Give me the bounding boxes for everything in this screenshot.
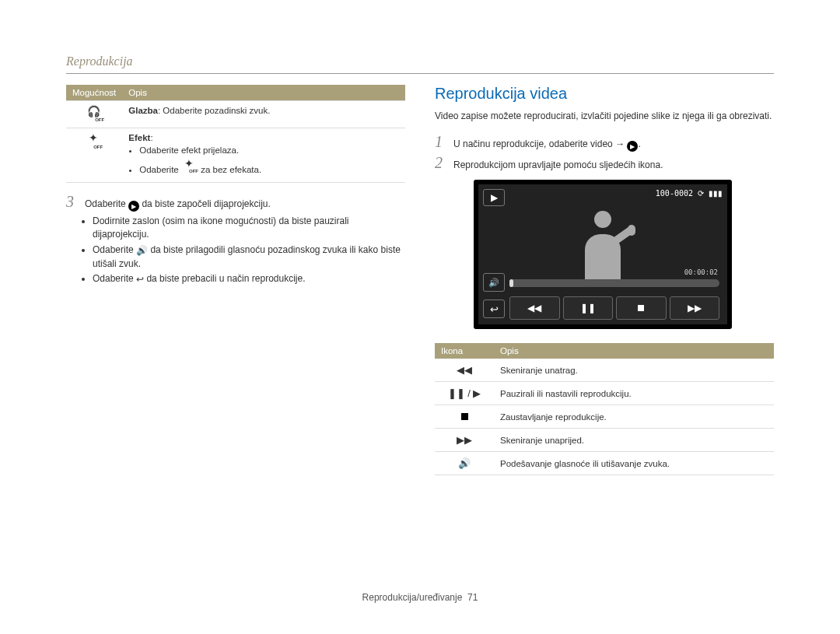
step-number: 2 [435, 155, 446, 170]
stop-icon [435, 405, 494, 429]
row-desc: Skeniranje unatrag. [494, 359, 774, 382]
two-columns: Mogućnost Opis 🎧OFF Glazba: Odaberite po… [66, 85, 774, 583]
list-item: Odaberite za bez efekata. [139, 158, 399, 176]
row-desc: Glazba: Odaberite pozadinski zvuk. [122, 101, 405, 128]
play-circle-icon: ▶ [627, 141, 638, 152]
page-number: 71 [467, 592, 478, 603]
fastforward-icon: ▶▶ [670, 296, 720, 320]
pause-play-icon: ❚❚ / ▶ [435, 382, 494, 405]
table-row: ❚❚ / ▶ Pauzirali ili nastavili reprodukc… [435, 382, 774, 405]
step-3: 3 Odaberite ▶ da biste započeli dijaproj… [66, 194, 405, 212]
step-body: Reprodukcijom upravljajte pomoću sljedeć… [453, 158, 774, 172]
section-title: Reprodukcija videa [435, 85, 774, 103]
row-desc: Podešavanje glasnoće ili utišavanje zvuk… [494, 452, 774, 475]
row-desc: Zaustavljanje reprodukcije. [494, 405, 774, 429]
play-circle-icon: ▶ [128, 201, 139, 212]
battery-icon: ▮▮▮ [709, 189, 723, 198]
list-item: Odaberite ↩ da biste prebacili u način r… [93, 272, 405, 286]
table-row: 🔊 Podešavanje glasnoće ili utišavanje zv… [435, 452, 774, 475]
table-row: ▶▶ Skeniranje unaprijed. [435, 429, 774, 452]
table-row: ◀◀ Skeniranje unatrag. [435, 359, 774, 382]
left-column: Mogućnost Opis 🎧OFF Glazba: Odaberite po… [66, 85, 405, 583]
step-1: 1 U načinu reprodukcije, odaberite video… [435, 134, 774, 152]
right-column: Reprodukcija videa Video zapise možete r… [435, 85, 774, 583]
row-desc: Efekt: Odaberite efekt prijelaza. Odaber… [122, 128, 405, 183]
options-table: Mogućnost Opis 🎧OFF Glazba: Odaberite po… [66, 85, 405, 183]
intro-paragraph: Video zapise možete reproducirati, izvla… [435, 109, 774, 123]
back-arrow-icon: ↩ [136, 273, 144, 286]
table-row: Efekt: Odaberite efekt prijelaza. Odaber… [66, 128, 405, 183]
th-mogucnost: Mogućnost [66, 85, 122, 101]
headphones-off-icon: 🎧OFF [66, 101, 122, 128]
row-desc: Pauzirali ili nastavili reprodukciju. [494, 382, 774, 405]
row-desc: Skeniranje unaprijed. [494, 429, 774, 452]
list-item: Odaberite efekt prijelaza. [139, 144, 399, 156]
step-2: 2 Reprodukcijom upravljajte pomoću sljed… [435, 155, 774, 172]
progress-bar [509, 279, 719, 287]
volume-icon: 🔊 [435, 452, 494, 475]
icon-desc-table: Ikona Opis ◀◀ Skeniranje unatrag. ❚❚ / ▶… [435, 343, 774, 475]
fastforward-icon: ▶▶ [435, 429, 494, 452]
sparkle-off-icon [181, 158, 198, 173]
step-number: 1 [435, 134, 446, 149]
volume-icon: 🔊 [483, 273, 505, 292]
transport-controls: ◀◀ ❚❚ ▶▶ [509, 296, 719, 320]
file-number: 100-0002 [656, 189, 693, 198]
video-player-mockup: ▶ 100-0002 ⟳ ▮▮▮ 00:00:02 🔊 ↩ ◀◀ ❚❚ ▶▶ [474, 180, 732, 329]
footer-section: Reprodukcija/uređivanje [362, 592, 463, 603]
th-opis: Opis [122, 85, 405, 101]
list-item: Dodirnite zaslon (osim na ikone mogućnos… [93, 215, 405, 241]
playback-time: 00:00:02 [684, 268, 718, 276]
step-body: U načinu reprodukcije, odaberite video →… [453, 137, 774, 152]
step-body: Odaberite ▶ da biste započeli dijaprojek… [85, 197, 405, 212]
stop-icon [616, 296, 667, 320]
loop-icon: ⟳ [698, 189, 704, 198]
list-item: Odaberite 🔊 da biste prilagodili glasnoć… [93, 243, 405, 271]
table-row: Zaustavljanje reprodukcije. [435, 405, 774, 429]
sparkle-off-icon [66, 128, 122, 183]
video-thumbnail [579, 211, 626, 281]
inner-bullets: Odaberite efekt prijelaza. Odaberite za … [139, 144, 399, 176]
pause-icon: ❚❚ [563, 296, 614, 320]
page-footer: Reprodukcija/uređivanje 71 [66, 583, 774, 603]
player-status-bar: 100-0002 ⟳ ▮▮▮ [656, 189, 723, 198]
rewind-icon: ◀◀ [435, 359, 494, 382]
back-arrow-icon: ↩ [483, 299, 505, 318]
volume-icon: 🔊 [136, 244, 148, 257]
step-3-bullets: Dodirnite zaslon (osim na ikone mogućnos… [93, 215, 405, 286]
rewind-icon: ◀◀ [509, 296, 560, 320]
th-ikona: Ikona [435, 343, 494, 359]
player-mode-icon: ▶ [483, 189, 505, 206]
step-number: 3 [66, 194, 77, 209]
th-opis: Opis [494, 343, 774, 359]
table-row: 🎧OFF Glazba: Odaberite pozadinski zvuk. [66, 101, 405, 128]
page-root: Reprodukcija Mogućnost Opis 🎧OFF Glazba:… [0, 0, 840, 634]
page-title: Reprodukcija [66, 54, 774, 74]
